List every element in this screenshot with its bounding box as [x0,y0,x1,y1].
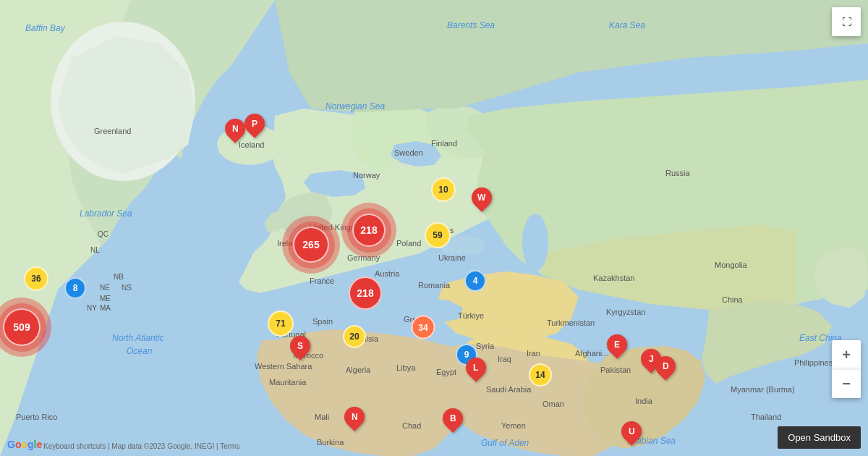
cluster-us-east[interactable]: 509 [3,308,41,346]
pin-pin-n-iceland[interactable]: N [225,119,245,139]
cluster-belarus-cluster[interactable]: 59 [425,222,451,248]
cluster-us-36[interactable]: 36 [24,266,48,291]
cluster-de-cluster[interactable]: 218 [352,214,386,247]
cluster-spain-cluster[interactable]: 71 [268,311,294,337]
pin-pin-w[interactable]: W [472,187,492,208]
fullscreen-button[interactable]: ⛶ [832,7,861,36]
pin-pin-n-niger[interactable]: N [344,407,365,427]
pin-pin-p-iceland[interactable]: P [244,114,265,134]
pin-pin-d-india[interactable]: D [655,356,676,376]
cluster-finland-cluster[interactable]: 10 [431,177,456,202]
cluster-tunisia-cluster[interactable]: 20 [343,325,366,348]
cluster-us-8[interactable]: 8 [64,277,86,299]
open-sandbox-button[interactable]: Open Sandbox [778,426,861,449]
map-container[interactable]: Baffin Bay Labrador Sea Norwegian Sea Ba… [0,0,868,456]
pin-pin-b-horn[interactable]: B [443,408,463,428]
map-attribution: Keyboard shortcuts | Map data ©2023 Goog… [43,442,239,450]
cluster-gulf-cluster[interactable]: 14 [529,363,552,387]
zoom-in-button[interactable]: + [832,340,861,369]
pin-pin-s-morocco[interactable]: S [290,336,310,356]
cluster-greece-cluster[interactable]: 34 [412,316,435,339]
pin-pin-l-egypt[interactable]: L [466,358,486,378]
cluster-ukraine-cluster[interactable]: 4 [464,270,486,292]
pin-pin-e-pakistan[interactable]: E [607,334,627,355]
svg-point-4 [522,214,548,271]
google-logo: Google [7,439,42,450]
zoom-out-button[interactable]: − [832,369,861,398]
cluster-uk-ireland[interactable]: 265 [293,227,329,263]
cluster-italy-cluster[interactable]: 218 [349,276,382,310]
pin-pin-u-gulf[interactable]: U [621,421,642,442]
